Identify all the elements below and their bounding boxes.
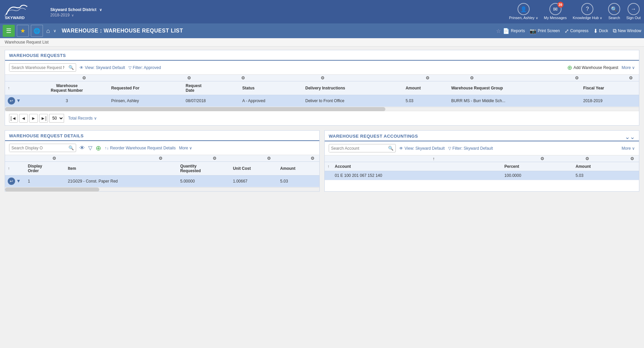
- warehouse-request-search-icon[interactable]: 🔍: [66, 64, 76, 71]
- accountings-filter-button[interactable]: ▽ Filter: Skyward Default: [448, 146, 493, 151]
- knowledge-hub-nav-item[interactable]: ? Knowledge Hub ∨: [573, 3, 602, 20]
- details-scrollbar[interactable]: [5, 187, 319, 191]
- col-gear-amount[interactable]: ⚙: [470, 75, 474, 80]
- accountings-search-icon[interactable]: 🔍: [386, 144, 395, 152]
- details-table: ↑ Display Order Item Quantity Requested …: [5, 162, 319, 187]
- menu-button[interactable]: ☰: [3, 25, 15, 37]
- pagination-bar: |◄ ◄ ► ►| 50 Total Records ∨: [5, 111, 639, 125]
- row-expand-button[interactable]: ↩: [8, 97, 15, 105]
- reports-icon: 📄: [503, 28, 509, 34]
- scrollbar-thumb[interactable]: [5, 107, 385, 111]
- total-records-button[interactable]: Total Records ∨: [68, 116, 97, 121]
- filter-icon-details[interactable]: ▽: [88, 145, 92, 151]
- details-scrollbar-thumb[interactable]: [5, 188, 99, 192]
- col-gear-requested-for[interactable]: ⚙: [187, 75, 191, 80]
- details-col-gear-item[interactable]: ⚙: [159, 156, 163, 161]
- row-actions: ↩ ▼: [5, 95, 25, 107]
- details-search-bar: 🔍 👁 ▽ ⊕ ↑↓ Reorder Warehouse Request Det…: [5, 141, 319, 155]
- favorites-button[interactable]: ★: [17, 25, 29, 37]
- warehouse-requests-header: WAREHOUSE REQUESTS: [5, 50, 639, 61]
- details-row-expand-button[interactable]: ↩: [8, 178, 15, 185]
- first-page-button[interactable]: |◄: [9, 114, 18, 123]
- details-col-gear-order[interactable]: ⚙: [52, 156, 56, 161]
- accountings-table-row[interactable]: 01 E 100 201 067 152 140 100.0000 5.03: [325, 171, 639, 180]
- details-search-icon[interactable]: 🔍: [66, 144, 76, 152]
- accountings-col-gear-account[interactable]: ⚙: [540, 156, 544, 161]
- more-dropdown-button[interactable]: More ∨: [622, 65, 635, 70]
- svg-text:SKYWARD: SKYWARD: [5, 16, 24, 20]
- accountings-search-input[interactable]: [329, 145, 386, 152]
- per-page-select[interactable]: 50: [49, 114, 64, 123]
- org-name-btn[interactable]: Skyward School District ∨: [50, 6, 509, 12]
- new-window-button[interactable]: ⧉ New Window: [613, 28, 641, 34]
- accountings-col-header-amount: Amount: [573, 162, 639, 171]
- signout-icon: →: [628, 3, 640, 15]
- view-button[interactable]: 👁 View: Skyward Default: [79, 65, 125, 70]
- filter-button[interactable]: ▽ Filter: Approved: [128, 65, 161, 70]
- col-gear-fiscal-year[interactable]: ⚙: [629, 75, 633, 80]
- accountings-col-gear-sort: ↑: [433, 156, 435, 161]
- details-col-header-actions: ↑: [5, 162, 25, 176]
- title-favorite-icon[interactable]: ☆: [496, 28, 501, 34]
- search-nav-item[interactable]: 🔍 Search: [608, 3, 620, 20]
- details-row-arrow-icon[interactable]: ▼: [16, 178, 21, 184]
- org-info: Skyward School District ∨ 2018-2019 ∨: [50, 6, 509, 17]
- details-col-gear-unit-cost[interactable]: ⚙: [267, 156, 271, 161]
- add-icon-details[interactable]: ⊕: [96, 144, 101, 152]
- reports-button[interactable]: 📄 Reports: [503, 28, 525, 34]
- reorder-button[interactable]: ↑↓ Reorder Warehouse Request Details: [105, 146, 176, 150]
- accountings-cell-account: 01 E 100 201 067 152 140: [332, 171, 502, 180]
- accountings-col-gear-percent[interactable]: ⚙: [585, 156, 589, 161]
- home-button[interactable]: ⌂: [45, 27, 51, 34]
- dock-icon: ⬇: [593, 28, 598, 34]
- breadcrumb: Warehouse Request List: [0, 38, 644, 47]
- dock-button[interactable]: ⬇ Dock: [593, 28, 608, 34]
- col-gear-status[interactable]: ⚙: [321, 75, 325, 80]
- table-row[interactable]: ↩ ▼ 3 Prinsen, Ashley 08/07/2018 A - App…: [5, 95, 639, 107]
- row-arrow-icon[interactable]: ▼: [16, 98, 21, 103]
- details-col-gear-amount[interactable]: ⚙: [311, 156, 315, 161]
- year-select-btn[interactable]: 2018-2019 ∨: [50, 13, 509, 17]
- user-menu[interactable]: 👤 Prinsen, Ashley ∨: [509, 3, 538, 20]
- details-cell-item: 21G029 - Const. Paper Red: [65, 176, 177, 187]
- messages-nav-item[interactable]: ✉ 39 My Messages: [544, 3, 567, 20]
- accountings-table: ↑ Account Percent Amount 01 E 100 201 06…: [325, 162, 639, 180]
- col-gear-delivery[interactable]: ⚙: [426, 75, 430, 80]
- eye-icon-details[interactable]: 👁: [79, 145, 85, 151]
- skyward-logo: SKYWARD: [3, 3, 44, 20]
- compress-icon: ⤢: [565, 28, 569, 34]
- details-search-input[interactable]: [9, 144, 66, 152]
- compress-button[interactable]: ⤢ Compress: [565, 28, 589, 34]
- signout-nav-item[interactable]: → Sign Out: [626, 3, 641, 20]
- accountings-col-gear-amount[interactable]: ⚙: [630, 156, 634, 161]
- sort-icon[interactable]: ↑: [8, 86, 10, 90]
- section-collapse-icon[interactable]: ⌄⌄: [625, 133, 635, 141]
- details-section: WAREHOUSE REQUEST DETAILS 🔍 👁 ▽ ⊕ ↑↓ Reo…: [5, 130, 320, 192]
- globe-button[interactable]: 🌐: [31, 25, 43, 37]
- details-table-row[interactable]: ↩ ▼ 1 21G029 - Const. Paper Red 5.00000 …: [5, 176, 319, 187]
- details-col-gear-qty[interactable]: ⚙: [213, 156, 217, 161]
- add-warehouse-request-button[interactable]: ⊕ Add Warehouse Request: [567, 64, 619, 71]
- details-more-button[interactable]: More ∨: [179, 146, 193, 150]
- toolbar-chevron[interactable]: ∨: [53, 28, 56, 33]
- prev-page-button[interactable]: ◄: [19, 114, 28, 123]
- details-col-header-item: Item: [65, 162, 177, 176]
- accountings-more-button[interactable]: More ∨: [622, 146, 635, 151]
- warehouse-request-search-input[interactable]: [9, 64, 66, 71]
- accountings-view-button[interactable]: 👁 View: Skyward Default: [399, 146, 445, 151]
- print-screen-button[interactable]: 📷 Print Screen: [530, 28, 560, 34]
- col-gear-request-number[interactable]: ⚙: [82, 75, 86, 80]
- col-header-request-number: Warehouse Request Number: [25, 81, 109, 95]
- accountings-sort-icon[interactable]: ↑: [327, 164, 329, 169]
- details-header: WAREHOUSE REQUEST DETAILS: [5, 131, 319, 141]
- details-row-actions: ↩ ▼: [5, 176, 25, 187]
- warehouse-request-search-wrap: 🔍: [9, 63, 76, 72]
- details-sort-icon[interactable]: ↑: [8, 166, 10, 171]
- last-page-button[interactable]: ►|: [39, 114, 48, 123]
- col-gear-request-date[interactable]: ⚙: [241, 75, 245, 80]
- col-header-group: Warehouse Request Group: [448, 81, 581, 95]
- horizontal-scrollbar[interactable]: [5, 107, 639, 111]
- accountings-col-header-sort: ↑: [325, 162, 332, 171]
- next-page-button[interactable]: ►: [29, 114, 38, 123]
- col-gear-group[interactable]: ⚙: [575, 75, 579, 80]
